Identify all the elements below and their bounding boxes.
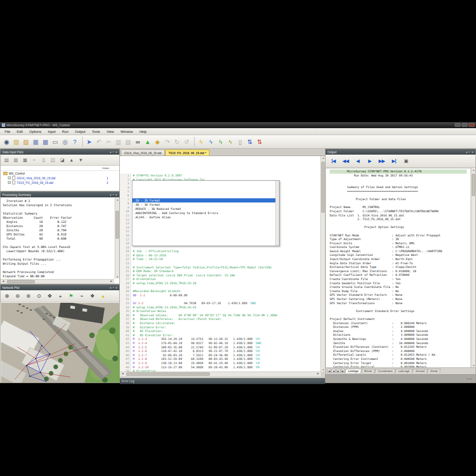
file-checkbox[interactable]: ✓ [8,181,11,184]
panel-pin-icon[interactable]: ▪ [113,286,114,289]
tabs-prev-button[interactable]: ◀ [332,369,336,373]
panel-pin-icon[interactable]: ▪ [113,150,114,154]
pan-icon[interactable]: ✥ [46,292,54,300]
first-page-button[interactable]: |◀ [328,157,339,165]
move-up-icon[interactable]: ▲ [68,157,75,163]
resize-grip-icon[interactable]: ••• [467,377,473,380]
panel-pin-icon[interactable]: ▪ [113,193,114,196]
last-page-button[interactable]: ▶| [389,157,399,165]
add-folder-icon[interactable]: ▥ [13,157,19,163]
edit-file-icon[interactable]: ▯ [40,157,47,163]
autocomplete-item[interactable]: .ALIAS - Define Alias [132,215,275,219]
prev-page-button[interactable]: ◀ [352,157,363,165]
output-tab-ground[interactable]: Ground [412,369,428,373]
sort-descending-icon[interactable]: ⇅ [255,137,264,146]
output-header[interactable]: Output ▾ ▪ ✕ [326,149,476,155]
export-icon[interactable]: ▲ [143,137,152,146]
processing-summary-hscrollbar[interactable]: ◀▶ [0,279,114,284]
view-listing-icon[interactable]: ▯ [235,137,245,146]
connections-toggle-icon[interactable]: ⌁ [78,292,86,300]
editor-vscrollbar[interactable]: ▲▼ [320,156,325,372]
open-folder-icon[interactable]: ▨ [21,137,31,146]
editor-canvas[interactable]: 1# STAR*FG Version 8.2.0.39072# Copyrigh… [120,156,321,376]
zoom-in-icon[interactable]: ⊕ [3,292,11,300]
autocomplete-scrollbar[interactable]: ▲▼ [275,181,279,246]
zoom-icon[interactable]: ◎ [60,137,70,146]
autocomplete-item[interactable]: .2D - 2D Format [132,198,275,202]
next-fast-button[interactable]: ▶▶ [377,157,387,165]
include-file-icon[interactable]: ◫ [50,157,56,163]
run-preprocess-icon[interactable]: ϟ [206,137,215,146]
menu-input[interactable]: Input [45,129,59,135]
file-checkbox[interactable]: ✓ [8,176,11,179]
edit-pointer-icon[interactable]: ➤ [85,137,94,146]
copy-file-icon[interactable]: ▦ [22,157,28,163]
menu-output[interactable]: Output [72,129,88,135]
output-vscrollbar[interactable]: ▲▼ [471,168,476,367]
stations-toggle-icon[interactable]: ⚑ [67,292,75,300]
center-icon[interactable]: + [56,292,65,300]
save-all-icon[interactable]: ▩ [41,137,50,146]
copy-page-icon[interactable]: ▣ [401,157,411,165]
relocate-icon[interactable]: ❖ [88,292,97,300]
output-tab-coordinates[interactable]: Coordinates [375,369,396,373]
tree-file-row[interactable]: ✓GS14_Viva_2016_06_15.dat1 [0,176,119,180]
zoom-window-icon[interactable]: ⊙ [35,292,43,300]
output-tab-listings[interactable]: Listings [345,369,362,373]
help-icon[interactable]: ? [70,137,79,146]
editor-hscrollbar[interactable]: ◀▶ [120,372,321,376]
print-icon[interactable]: ▭ [51,137,60,146]
menu-file[interactable]: File [2,129,13,135]
panel-menu-icon[interactable]: ▾ [110,193,111,196]
processing-summary-vscrollbar[interactable]: ▲▼ [115,198,119,279]
title-bar[interactable]: MicroSurvey STAR*NET-PRO - MS_Control [0,122,476,128]
data-input-files-header[interactable]: Data Input Files ▾ ▪ ✕ [0,149,119,155]
maximize-button[interactable] [462,123,468,127]
tree-root-ms-control[interactable]: MS_Control [0,171,119,176]
run-batch-icon[interactable]: ϟ [226,137,235,146]
menu-run[interactable]: Run [59,129,72,135]
editor-tab[interactable]: TS15_FG_2016_06_15.dat * [165,150,209,156]
panel-pin-icon[interactable]: ▪ [469,150,470,154]
menu-tools[interactable]: Tools [89,129,103,135]
tabs-first-button[interactable]: |◀ [327,369,331,373]
error-log-collapsed-header[interactable]: Error Log [120,378,325,384]
exclude-file-icon[interactable]: ◪ [59,157,65,163]
minimize-button[interactable] [455,123,461,127]
remove-file-icon[interactable]: − [31,157,38,163]
network-plot-map[interactable] [1,303,119,382]
output-tab-latlongs[interactable]: LatLongs [395,369,413,373]
processing-summary-header[interactable]: Processing Summary ▾ ▪ ✕ [0,192,119,197]
index-column-header[interactable]: Index [0,166,119,171]
close-button[interactable] [469,123,475,127]
panel-menu-icon[interactable]: ▾ [110,286,111,289]
prev-fast-button[interactable]: ◀◀ [340,157,351,165]
menu-view[interactable]: View [104,129,117,135]
run-blunder-icon[interactable]: ϟ [216,137,225,146]
new-file-icon[interactable]: ▤ [12,137,21,146]
output-tab-dump[interactable]: Dump [428,369,441,373]
next-page-button[interactable]: ▶ [365,157,375,165]
zoom-extents-icon[interactable]: ⊛ [24,292,33,300]
autocomplete-item[interactable]: .3D - 3D Format [132,202,275,207]
tabs-last-button[interactable]: ▶| [341,369,345,373]
find-binoculars-icon[interactable]: ∞ [133,137,143,146]
menu-help[interactable]: Help [137,129,149,135]
panel-close-icon[interactable]: ✕ [115,150,117,154]
panel-close-icon[interactable]: ✕ [115,193,117,196]
network-plot-header[interactable]: Network Plot ▾ ▪ ✕ [0,285,119,290]
tree-file-row[interactable]: ✓TS15_FG_2016_06_15.dat2 [0,180,119,185]
run-adjust-icon[interactable]: ϟ [196,137,206,146]
move-down-icon[interactable]: ▼ [78,157,84,163]
panel-menu-icon[interactable]: ▾ [466,150,468,154]
output-tab-errors[interactable]: Errors [361,369,375,373]
panel-menu-icon[interactable]: ▾ [110,150,111,154]
menu-edit[interactable]: Edit [14,129,26,135]
panel-close-icon[interactable]: ✕ [115,286,117,289]
autocomplete-item[interactable]: .ADDCENTERING - Add Centering to Standar… [132,211,275,215]
menu-options[interactable]: Options [26,129,44,135]
menu-window[interactable]: Window [118,129,136,135]
add-file-icon[interactable]: ▤ [3,157,10,163]
save-icon[interactable]: ▦ [31,137,40,146]
editor-tab[interactable]: GS14_Viva_2016_06_15.dat [121,150,165,156]
